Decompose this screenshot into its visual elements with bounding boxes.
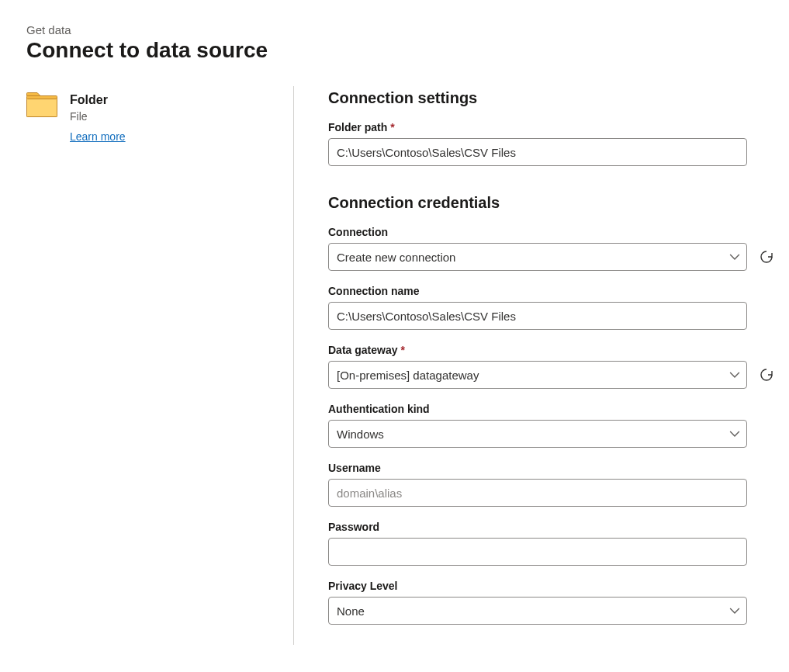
auth-kind-label: Authentication kind	[328, 403, 775, 415]
connection-credentials-heading: Connection credentials	[328, 194, 775, 212]
svg-rect-1	[27, 99, 57, 117]
connection-settings-heading: Connection settings	[328, 89, 775, 107]
learn-more-link[interactable]: Learn more	[70, 130, 126, 143]
chevron-down-icon	[729, 251, 740, 262]
auth-kind-select[interactable]: Windows	[328, 420, 747, 448]
connection-name-label: Connection name	[328, 285, 775, 297]
privacy-level-select[interactable]: None	[328, 597, 747, 625]
required-asterisk: *	[390, 121, 394, 133]
connector-title: Folder	[70, 92, 126, 107]
password-input[interactable]	[328, 538, 747, 566]
data-gateway-label: Data gateway *	[328, 344, 775, 356]
chevron-down-icon	[729, 369, 740, 380]
connection-name-input[interactable]	[328, 302, 747, 330]
username-label: Username	[328, 462, 775, 474]
required-asterisk: *	[400, 344, 404, 356]
folder-path-input[interactable]	[328, 138, 747, 166]
connector-subtitle: File	[70, 110, 126, 123]
folder-icon	[26, 92, 57, 120]
connection-label: Connection	[328, 226, 775, 238]
connection-refresh-button[interactable]	[758, 248, 775, 265]
username-input[interactable]	[328, 479, 747, 507]
breadcrumb: Get data	[26, 23, 766, 36]
chevron-down-icon	[729, 605, 740, 616]
page-title: Connect to data source	[26, 38, 766, 63]
folder-path-label: Folder path *	[328, 121, 775, 133]
refresh-icon	[759, 367, 774, 383]
chevron-down-icon	[729, 428, 740, 439]
connector-panel: Folder File Learn more	[26, 86, 294, 645]
connection-select[interactable]: Create new connection	[328, 243, 747, 271]
privacy-level-label: Privacy Level	[328, 580, 775, 592]
data-gateway-select[interactable]: [On-premises] datagateway	[328, 361, 747, 389]
form-panel: Connection settings Folder path * Connec…	[294, 86, 775, 625]
refresh-icon	[759, 249, 774, 265]
password-label: Password	[328, 521, 775, 533]
data-gateway-refresh-button[interactable]	[758, 366, 775, 383]
